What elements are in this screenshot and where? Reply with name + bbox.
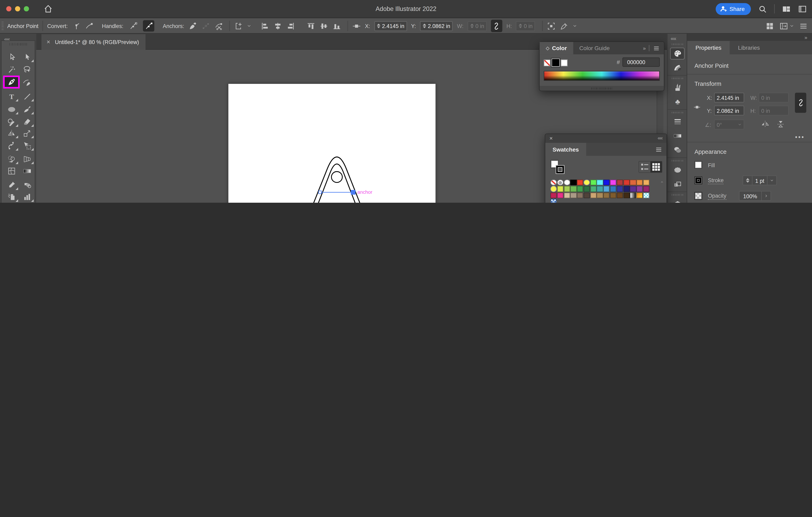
swatch-b03a39[interactable] (617, 180, 623, 185)
swatch-63f054[interactable] (590, 180, 597, 185)
magic-wand-tool[interactable] (4, 64, 19, 75)
swatch-43a3a4[interactable] (597, 186, 603, 192)
color-spectrum[interactable] (544, 71, 660, 81)
swatch-5b2f91[interactable] (630, 186, 636, 192)
mesh-tool[interactable] (4, 165, 19, 177)
paintbrush-tool[interactable] (20, 103, 34, 115)
swatch-pattern-transparency[interactable] (643, 192, 649, 198)
swatch-4bb077[interactable] (590, 186, 597, 192)
swatch-e73287[interactable] (557, 192, 563, 198)
stroke-color-proxy[interactable] (552, 58, 560, 67)
blend-tool[interactable] (20, 179, 34, 190)
stroke-weight-field[interactable]: 1 pt (743, 176, 777, 185)
dock-group-drag-handle[interactable] (667, 42, 687, 47)
opacity-label[interactable]: Opacity (708, 192, 726, 200)
panel-expand-icon[interactable]: » (643, 45, 645, 51)
swatch-dd673c[interactable] (630, 180, 636, 185)
color-panel-button[interactable] (667, 47, 687, 61)
tab-color[interactable]: ◇ Color (540, 42, 573, 54)
tab-color-guide[interactable]: Color Guide (573, 42, 616, 54)
y-field[interactable]: 2.0862 in (420, 21, 453, 31)
pencil-tool[interactable] (4, 116, 19, 127)
cut-path-icon[interactable] (214, 22, 223, 30)
transform-more-icon[interactable]: ••• (795, 133, 805, 141)
curvature-tool[interactable] (20, 77, 34, 88)
select-similar-icon[interactable] (560, 22, 569, 30)
tab-swatches[interactable]: Swatches (545, 143, 586, 156)
swatch-d8e84e[interactable] (557, 186, 563, 192)
swatch-402b15[interactable] (623, 192, 630, 198)
swatch-e8402c[interactable] (577, 180, 583, 185)
selection-tool[interactable] (20, 51, 34, 63)
column-graph-tool[interactable] (20, 191, 34, 202)
fill-stroke-proxy[interactable] (551, 160, 566, 176)
color-guide-panel-button[interactable] (667, 60, 687, 74)
swatch-1414e8[interactable] (604, 180, 610, 185)
y-field[interactable]: 2.0862 in (714, 105, 744, 115)
free-transform-tool[interactable] (20, 140, 34, 151)
document-arrangement-chevron-icon[interactable] (790, 24, 794, 28)
close-panel-icon[interactable]: × (550, 135, 553, 142)
opacity-field[interactable]: 100% (739, 191, 771, 201)
swatch-a4ce56[interactable] (564, 186, 570, 192)
link-dimensions-button[interactable] (795, 93, 806, 113)
stroke-panel-button[interactable] (667, 115, 687, 129)
swatch-98246d[interactable] (643, 186, 649, 192)
swatch-efaf5d[interactable] (643, 180, 649, 185)
convert-to-corner-icon[interactable] (72, 22, 81, 30)
swatch-f042f0[interactable] (610, 180, 616, 185)
stroke-swatch[interactable] (694, 177, 702, 184)
perspective-grid-tool[interactable] (20, 153, 34, 164)
eyedropper-tool[interactable] (4, 179, 19, 190)
swatch-6a4420[interactable] (617, 192, 623, 198)
search-icon[interactable] (758, 4, 767, 13)
swatch-ffffff[interactable] (564, 180, 570, 185)
reference-point-locator-icon[interactable] (692, 103, 702, 111)
swatches-scroll-up-icon[interactable]: ⌃ (660, 181, 664, 186)
align-top-icon[interactable] (306, 22, 315, 30)
swatch-dc3a2f[interactable] (623, 180, 630, 185)
swatch-000000[interactable] (571, 180, 577, 185)
eraser-tool[interactable] (20, 116, 34, 127)
swatch-33389b[interactable] (617, 186, 623, 192)
swatch-aa8a59[interactable] (597, 192, 603, 198)
swatch-8e3b9b[interactable] (637, 186, 643, 192)
align-middle-vertical-icon[interactable] (319, 22, 328, 30)
scale-tool[interactable] (20, 127, 34, 139)
add-anchor-icon[interactable] (188, 22, 197, 30)
hex-value-field[interactable]: 000000 (622, 57, 660, 67)
dock-group-drag-handle[interactable] (667, 110, 687, 115)
tag-hole-circle[interactable] (331, 172, 343, 183)
tab-properties[interactable]: Properties (687, 41, 730, 54)
swatch-d3be9c[interactable] (564, 192, 570, 198)
swatch-6bb854[interactable] (571, 186, 577, 192)
isolate-selection-icon[interactable] (547, 22, 556, 30)
align-center-horizontal-icon[interactable] (273, 22, 282, 30)
graphic-styles-panel-button[interactable] (667, 177, 687, 191)
none-color-proxy[interactable] (544, 59, 551, 66)
align-right-icon[interactable] (286, 22, 295, 30)
swatch-857260[interactable] (577, 192, 583, 198)
color-panel-resize-handle[interactable] (540, 86, 664, 91)
swatch-aa9a86[interactable] (571, 192, 577, 198)
document-arrangement-icon[interactable] (779, 22, 788, 30)
swatch-f5f04f[interactable] (551, 186, 557, 192)
document-tab[interactable]: × Untitled-1* @ 80 % (RGB/Preview) (41, 34, 146, 50)
dock-group-drag-handle[interactable] (667, 192, 687, 197)
stroke-label[interactable]: Stroke (708, 177, 724, 184)
home-icon[interactable] (44, 4, 53, 13)
shape-builder-tool[interactable] (4, 153, 19, 164)
lasso-tool[interactable] (20, 64, 34, 75)
swatch-4f423a[interactable] (584, 192, 590, 198)
swatch-3278bc[interactable] (610, 186, 616, 192)
list-view-button[interactable] (639, 161, 650, 173)
swatch-54a8dc[interactable] (604, 186, 610, 192)
symbol-sprayer-tool[interactable] (4, 191, 19, 202)
type-tool[interactable]: T (4, 91, 19, 102)
puppet-warp-tool[interactable] (4, 140, 19, 151)
appearance-panel-button[interactable] (667, 163, 687, 177)
workspace-switcher-icon[interactable] (798, 4, 807, 13)
dock-group-drag-handle[interactable] (667, 76, 687, 81)
ellipse-tool[interactable] (4, 103, 19, 115)
properties-collapse-icon[interactable]: » (805, 35, 807, 40)
